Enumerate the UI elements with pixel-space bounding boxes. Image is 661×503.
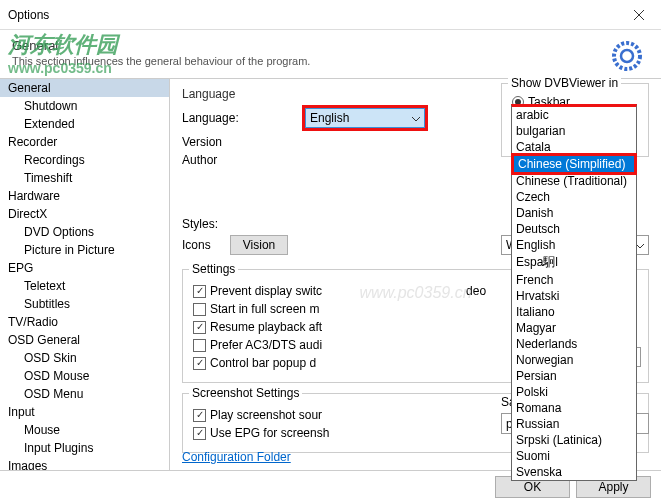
sidebar-item-epg[interactable]: EPG: [0, 259, 169, 277]
sidebar-item-recorder[interactable]: Recorder: [0, 133, 169, 151]
styles-label: Styles:: [182, 217, 230, 231]
checkbox-icon: [193, 357, 206, 370]
checkbox-icon: [193, 303, 206, 316]
language-option[interactable]: Magyar: [512, 320, 636, 336]
language-option[interactable]: Svenska: [512, 464, 636, 480]
language-option[interactable]: Polski: [512, 384, 636, 400]
checkbox-label: Prefer AC3/DTS audi: [210, 338, 322, 352]
author-label: Author: [182, 153, 302, 167]
sidebar-item-hardware[interactable]: Hardware: [0, 187, 169, 205]
language-option[interactable]: Romana: [512, 400, 636, 416]
language-dropdown[interactable]: arabicbulgarianCatalaChinese (Simplified…: [511, 104, 637, 481]
header-tab: General: [12, 38, 649, 53]
language-option[interactable]: Chinese (Simplified): [514, 156, 634, 172]
language-option[interactable]: Suomi: [512, 448, 636, 464]
sidebar-item-osd-general[interactable]: OSD General: [0, 331, 169, 349]
sidebar-item-timeshift[interactable]: Timeshift: [0, 169, 169, 187]
language-option[interactable]: Espa駉l: [512, 253, 636, 272]
language-option[interactable]: English: [512, 237, 636, 253]
language-option[interactable]: Deutsch: [512, 221, 636, 237]
checkbox-icon: [193, 409, 206, 422]
svg-point-0: [614, 43, 640, 69]
language-option[interactable]: Srpski (Latinica): [512, 432, 636, 448]
checkbox-label: Use EPG for screensh: [210, 426, 329, 440]
sidebar-item-recordings[interactable]: Recordings: [0, 151, 169, 169]
sidebar-item-osd-mouse[interactable]: OSD Mouse: [0, 367, 169, 385]
language-option[interactable]: Chinese (Traditional): [512, 173, 636, 189]
language-option[interactable]: Norwegian: [512, 352, 636, 368]
language-option[interactable]: Czech: [512, 189, 636, 205]
icons-label: Icons: [182, 238, 230, 252]
language-option[interactable]: arabic: [512, 107, 636, 123]
vision-button[interactable]: Vision: [230, 235, 288, 255]
chevron-down-icon: [412, 111, 420, 125]
language-label: Language:: [182, 111, 302, 125]
checkbox-icon: [193, 339, 206, 352]
sidebar-item-picture-in-picture[interactable]: Picture in Picture: [0, 241, 169, 259]
header-description: This section influences the general beha…: [12, 55, 649, 67]
gear-icon: [609, 38, 645, 74]
sidebar-item-directx[interactable]: DirectX: [0, 205, 169, 223]
close-button[interactable]: [616, 0, 661, 30]
sidebar-item-extended[interactable]: Extended: [0, 115, 169, 133]
sidebar-item-general[interactable]: General: [0, 79, 169, 97]
language-option[interactable]: Danish: [512, 205, 636, 221]
language-option[interactable]: Hrvatski: [512, 288, 636, 304]
checkbox-label: Control bar popup d: [210, 356, 316, 370]
language-option[interactable]: Russian: [512, 416, 636, 432]
configuration-folder-link[interactable]: Configuration Folder: [182, 450, 291, 464]
sidebar-item-input[interactable]: Input: [0, 403, 169, 421]
sidebar-item-subtitles[interactable]: Subtitles: [0, 295, 169, 313]
svg-point-1: [621, 50, 633, 62]
language-option[interactable]: Nederlands: [512, 336, 636, 352]
sidebar-item-osd-skin[interactable]: OSD Skin: [0, 349, 169, 367]
sidebar-item-shutdown[interactable]: Shutdown: [0, 97, 169, 115]
chevron-down-icon: [636, 238, 644, 252]
checkbox-icon: [193, 321, 206, 334]
language-select[interactable]: English: [305, 108, 425, 128]
checkbox-icon: [193, 285, 206, 298]
setting-tail: deo: [466, 284, 486, 298]
sidebar-item-mouse[interactable]: Mouse: [0, 421, 169, 439]
checkbox-label: Resume playback aft: [210, 320, 322, 334]
checkbox-label: Prevent display switc: [210, 284, 322, 298]
checkbox-label: Start in full screen m: [210, 302, 319, 316]
sidebar-item-osd-menu[interactable]: OSD Menu: [0, 385, 169, 403]
sidebar-item-teletext[interactable]: Teletext: [0, 277, 169, 295]
checkbox-label: Play screenshot sour: [210, 408, 322, 422]
sidebar-item-dvd-options[interactable]: DVD Options: [0, 223, 169, 241]
sidebar-item-tv-radio[interactable]: TV/Radio: [0, 313, 169, 331]
sidebar-item-input-plugins[interactable]: Input Plugins: [0, 439, 169, 457]
sidebar[interactable]: GeneralShutdownExtendedRecorderRecording…: [0, 78, 170, 470]
language-option[interactable]: Italiano: [512, 304, 636, 320]
window-title: Options: [8, 8, 49, 22]
language-option[interactable]: Persian: [512, 368, 636, 384]
version-label: Version: [182, 135, 302, 149]
language-option[interactable]: bulgarian: [512, 123, 636, 139]
sidebar-item-images[interactable]: Images: [0, 457, 169, 470]
checkbox-icon: [193, 427, 206, 440]
language-option[interactable]: French: [512, 272, 636, 288]
